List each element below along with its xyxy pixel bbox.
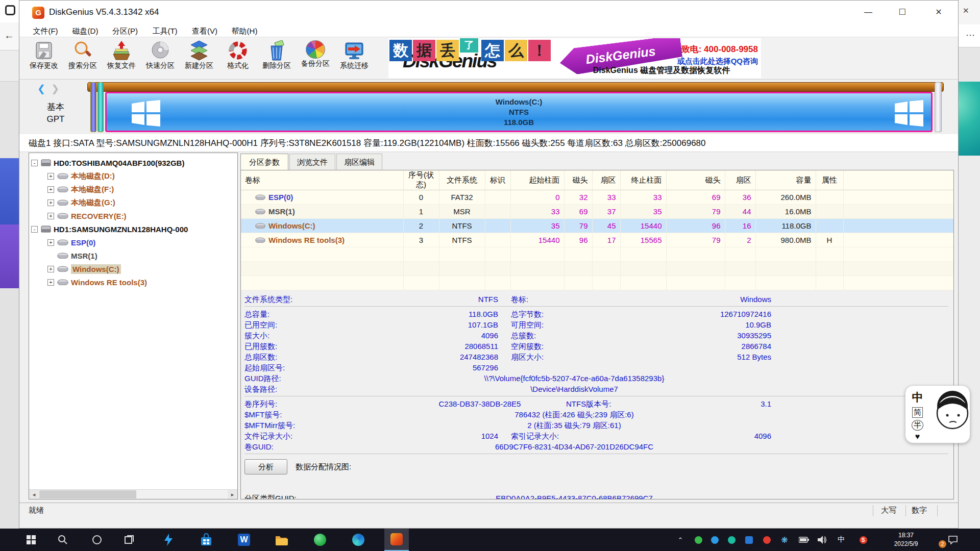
tray-wechat-icon[interactable] bbox=[691, 529, 706, 551]
maximize-button[interactable]: ☐ bbox=[891, 5, 914, 20]
menu-disk[interactable]: 磁盘(D) bbox=[68, 26, 102, 36]
table-row-windows-re[interactable]: Windows RE tools(3) 3 NTFS 15440 96 17 1… bbox=[241, 233, 954, 247]
tab-partition-params[interactable]: 分区参数 bbox=[240, 154, 288, 170]
ime-halfwidth-indicator[interactable]: 半 bbox=[912, 420, 923, 431]
expand-icon[interactable]: + bbox=[47, 199, 54, 206]
ad-banner[interactable]: DiskGenius 数 据 丢 了 怎 么 ！ DiskGenius 致电: … bbox=[388, 38, 761, 78]
esp-partition-block[interactable] bbox=[90, 82, 96, 132]
banner-contact[interactable]: 致电: 400-008-9958 或点击此处选择QQ咨询 bbox=[677, 43, 758, 66]
taskbar-app-lightning[interactable] bbox=[156, 529, 181, 551]
prev-disk-icon[interactable]: ❮ bbox=[37, 83, 45, 94]
col-capacity[interactable]: 容量 bbox=[755, 170, 816, 190]
col-filesystem[interactable]: 文件系统 bbox=[439, 170, 485, 190]
tray-expand-button[interactable]: ⌃ bbox=[673, 529, 688, 551]
tree-item-recovery-e[interactable]: + RECOVERY(E:) bbox=[29, 209, 237, 222]
ime-status-widget[interactable]: 中 简 半 ♥ bbox=[905, 385, 970, 443]
expand-icon[interactable]: + bbox=[47, 213, 54, 219]
tray-volume-icon[interactable] bbox=[815, 529, 830, 551]
menu-tools[interactable]: 工具(T) bbox=[148, 26, 182, 36]
tree-item-disk-f[interactable]: + 本地磁盘(F:) bbox=[29, 183, 237, 196]
expand-icon[interactable]: + bbox=[47, 186, 54, 193]
tray-ime-indicator[interactable]: 中 bbox=[834, 529, 849, 551]
col-tag[interactable]: 标识 bbox=[485, 170, 510, 190]
table-row-msr[interactable]: MSR(1) 1 MSR 33 69 37 35 79 44 16.0MB bbox=[241, 205, 954, 219]
menu-partition[interactable]: 分区(P) bbox=[108, 26, 142, 36]
ime-chinese-indicator[interactable]: 中 bbox=[912, 390, 923, 405]
expand-icon[interactable]: + bbox=[47, 173, 54, 180]
col-start-head[interactable]: 磁头 bbox=[564, 170, 592, 190]
tray-sogou-icon[interactable]: S bbox=[855, 529, 871, 551]
tree-item-esp[interactable]: + ESP(0) bbox=[29, 236, 237, 249]
delete-partition-button[interactable]: 删除分区 bbox=[257, 39, 296, 77]
tab-browse-files[interactable]: 浏览文件 bbox=[289, 154, 335, 170]
cortana-button[interactable] bbox=[85, 529, 109, 551]
col-end-sector[interactable]: 扇区 bbox=[725, 170, 755, 190]
heart-icon[interactable]: ♥ bbox=[915, 432, 920, 441]
overflow-icon[interactable]: ⋯ bbox=[966, 30, 975, 41]
taskbar-app-word[interactable]: W bbox=[232, 529, 256, 551]
tree-item-hd1[interactable]: - HD1:SAMSUNGMZNLN128HAHQ-000 bbox=[29, 222, 237, 236]
search-partition-button[interactable]: 搜索分区 bbox=[63, 39, 102, 77]
col-start-sector[interactable]: 扇区 bbox=[592, 170, 620, 190]
ime-simplified-indicator[interactable]: 简 bbox=[912, 407, 923, 418]
new-partition-button[interactable]: 新建分区 bbox=[180, 39, 218, 77]
tree-horizontal-scrollbar[interactable]: ◂ ▸ bbox=[29, 489, 237, 499]
analyze-button[interactable]: 分析 bbox=[244, 459, 287, 474]
tree-item-disk-g[interactable]: + 本地磁盘(G:) bbox=[29, 196, 237, 209]
system-migrate-button[interactable]: 系统迁移 bbox=[335, 39, 374, 77]
expand-icon[interactable]: + bbox=[47, 239, 54, 246]
menu-help[interactable]: 帮助(H) bbox=[228, 26, 261, 36]
taskbar-app-store[interactable] bbox=[194, 529, 218, 551]
tray-dingtalk-icon[interactable] bbox=[724, 529, 739, 551]
col-volume-label[interactable]: 卷标 bbox=[241, 170, 403, 190]
taskbar-search-button[interactable] bbox=[51, 529, 75, 551]
recover-files-button[interactable]: 恢复文件 bbox=[102, 39, 141, 77]
menu-file[interactable]: 文件(F) bbox=[29, 26, 62, 36]
action-center-button[interactable]: 2 bbox=[942, 529, 964, 551]
msr-partition-block[interactable] bbox=[97, 82, 104, 132]
taskbar-app-browser-green[interactable] bbox=[308, 529, 332, 551]
tray-netease-icon[interactable] bbox=[759, 529, 774, 551]
tree-item-windows-re[interactable]: + Windows RE tools(3) bbox=[29, 276, 237, 289]
tree-item-hd0[interactable]: - HD0:TOSHIBAMQ04ABF100(932GB) bbox=[29, 156, 237, 169]
windows-re-partition-block[interactable] bbox=[935, 82, 942, 132]
col-seq-status[interactable]: 序号(状态) bbox=[403, 170, 439, 190]
scrollbar-thumb[interactable] bbox=[39, 490, 136, 498]
taskbar-app-explorer[interactable] bbox=[269, 529, 293, 551]
next-disk-icon[interactable]: ❯ bbox=[51, 83, 59, 94]
back-arrow-icon[interactable]: ← bbox=[4, 30, 14, 41]
scroll-right-icon[interactable]: ▸ bbox=[228, 490, 237, 499]
table-row-esp[interactable]: ESP(0) 0 FAT32 0 32 33 33 69 36 260.0MB bbox=[241, 190, 954, 205]
close-button[interactable]: ✕ bbox=[927, 5, 950, 20]
tray-360-snowflake-icon[interactable]: ❋ bbox=[777, 529, 792, 551]
start-button[interactable] bbox=[19, 529, 43, 551]
table-row-windows-c-selected[interactable]: Windows(C:) 2 NTFS 35 79 45 15440 96 16 … bbox=[241, 219, 954, 233]
col-start-cylinder[interactable]: 起始柱面 bbox=[510, 170, 564, 190]
minimize-button[interactable]: — bbox=[856, 5, 880, 20]
tree-item-msr[interactable]: MSR(1) bbox=[29, 249, 237, 262]
scroll-left-icon[interactable]: ◂ bbox=[29, 490, 39, 499]
tray-browser-icon[interactable] bbox=[707, 529, 722, 551]
collapse-icon[interactable]: - bbox=[31, 160, 38, 166]
col-attr[interactable]: 属性 bbox=[816, 170, 843, 190]
save-changes-button[interactable]: 保存更改 bbox=[24, 39, 63, 77]
taskbar-app-edge[interactable] bbox=[346, 529, 371, 551]
windows-c-partition-block[interactable]: Windows(C:) NTFS 118.0GB bbox=[105, 92, 933, 132]
background-close-icon[interactable]: ✕ bbox=[963, 6, 969, 15]
backup-partition-button[interactable]: 备份分区 bbox=[296, 39, 335, 77]
tray-qq-icon[interactable] bbox=[741, 529, 756, 551]
taskbar-clock[interactable]: 18:37 2022/5/9 bbox=[886, 531, 926, 548]
menu-view[interactable]: 查看(V) bbox=[188, 26, 222, 36]
expand-icon[interactable]: + bbox=[47, 266, 54, 272]
col-end-head[interactable]: 磁头 bbox=[666, 170, 725, 190]
tray-battery-icon[interactable] bbox=[796, 529, 812, 551]
expand-icon[interactable]: + bbox=[47, 279, 54, 286]
format-button[interactable]: 格式化 bbox=[218, 39, 257, 77]
task-view-button[interactable] bbox=[117, 529, 141, 551]
tree-item-disk-d[interactable]: + 本地磁盘(D:) bbox=[29, 169, 237, 183]
taskbar-app-diskgenius-active[interactable] bbox=[384, 529, 409, 551]
quick-partition-button[interactable]: 快速分区 bbox=[141, 39, 180, 77]
tab-sector-edit[interactable]: 扇区编辑 bbox=[336, 154, 382, 170]
tree-item-windows-c[interactable]: + Windows(C:) bbox=[29, 262, 237, 276]
col-end-cylinder[interactable]: 终止柱面 bbox=[620, 170, 666, 190]
